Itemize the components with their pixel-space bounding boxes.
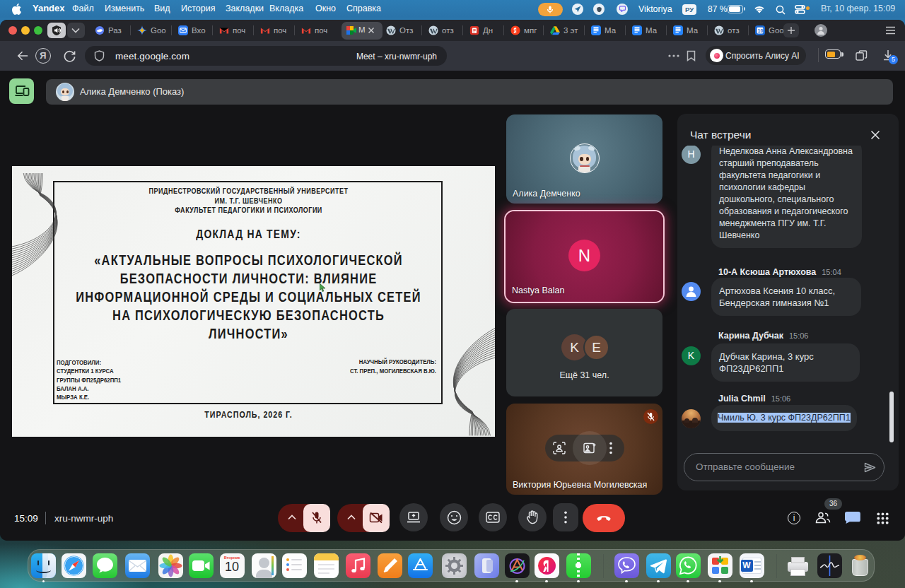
svg-text:10: 10: [758, 28, 764, 33]
